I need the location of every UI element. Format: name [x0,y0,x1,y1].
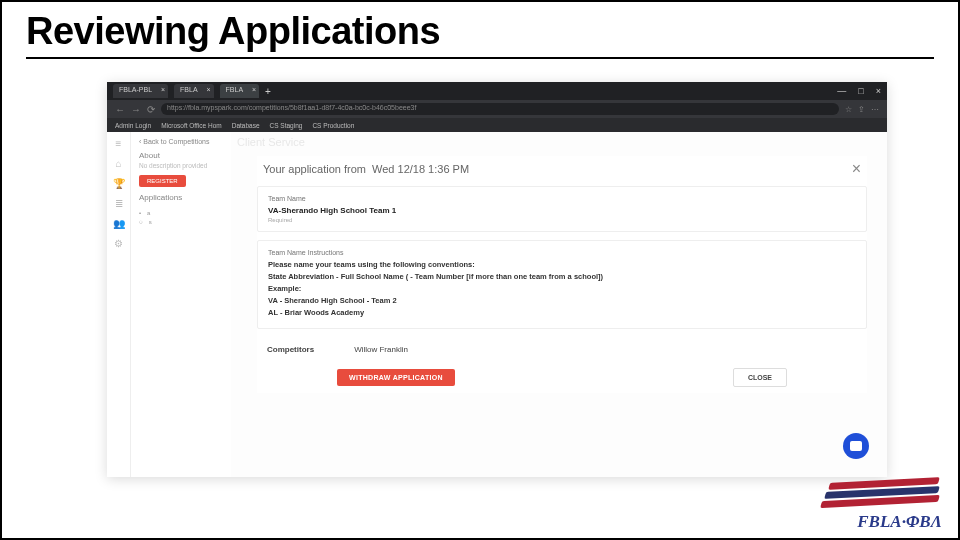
browser-tab[interactable]: FBLA-PBL× [113,84,168,98]
close-icon[interactable]: × [161,86,165,93]
instructions-card: Team Name Instructions Please name your … [257,240,867,329]
browser-urlbar: ← → ⟳ https://fbla.mypspark.com/competit… [107,100,887,118]
title-rule [26,57,934,59]
list-item[interactable]: ○s [139,219,223,225]
field-label: Team Name Instructions [268,249,856,256]
home-icon[interactable]: ⌂ [114,158,124,168]
withdraw-button[interactable]: WITHDRAW APPLICATION [337,369,455,386]
new-tab-button[interactable]: + [265,86,271,97]
browser-tabs: FBLA-PBL× FBLA× FBLA× + — □ × [107,82,887,100]
address-input[interactable]: https://fbla.mypspark.com/competitions/5… [161,103,839,115]
list-icon[interactable]: ≣ [114,198,124,208]
browser-tab[interactable]: FBLA× [220,84,260,98]
chat-fab[interactable] [843,433,869,459]
team-name-card: Team Name VA-Sherando High School Team 1… [257,186,867,232]
bookmark-item[interactable]: CS Production [312,122,354,129]
close-icon[interactable]: × [252,86,256,93]
instructions-text: Please name your teams using the followi… [268,260,856,269]
gear-icon[interactable]: ⚙ [114,238,124,248]
field-label: Team Name [268,195,856,202]
slide-title: Reviewing Applications [2,2,958,57]
trophy-icon[interactable]: 🏆 [114,178,124,188]
bookmark-item[interactable]: CS Staging [270,122,303,129]
required-badge: Required [268,217,856,223]
reload-icon[interactable]: ⟳ [147,104,155,115]
about-body: No description provided [139,162,223,169]
list-item[interactable]: •a [139,210,223,216]
forward-icon[interactable]: → [131,104,141,115]
competitors-row: Competitors Willow Franklin [257,337,867,362]
modal-title: Your application from Wed 12/18 1:36 PM [263,163,469,175]
competitors-value: Willow Franklin [354,345,408,354]
bookmark-item[interactable]: Microsoft Office Hom [161,122,222,129]
menu-icon[interactable]: ≡ [114,138,124,148]
star-icon[interactable]: ☆ [845,105,852,114]
example-text: AL - Briar Woods Academy [268,308,856,317]
browser-tab[interactable]: FBLA× [174,84,214,98]
application-modal: Your application from Wed 12/18 1:36 PM … [257,156,867,393]
team-name-value: VA-Sherando High School Team 1 [268,206,856,215]
close-icon[interactable]: × [207,86,211,93]
chat-icon [850,441,862,451]
back-icon[interactable]: ← [115,104,125,115]
bookmark-item[interactable]: Database [232,122,260,129]
logo-text: FBLA·ΦBΛ [857,512,942,532]
bookmarks-bar: Admin Login Microsoft Office Hom Databas… [107,118,887,132]
embedded-screenshot: FBLA-PBL× FBLA× FBLA× + — □ × ← → ⟳ http… [107,82,887,477]
menu-icon[interactable]: ⋯ [871,105,879,114]
close-button[interactable]: CLOSE [733,368,787,387]
close-window-icon[interactable]: × [876,86,881,96]
about-heading: About [139,151,223,160]
fbla-logo: FBLA·ΦBΛ [822,478,942,532]
bookmark-item[interactable]: Admin Login [115,122,151,129]
share-icon[interactable]: ⇪ [858,105,865,114]
back-link[interactable]: ‹ Back to Competitions [139,138,223,145]
example-text: VA - Sherando High School - Team 2 [268,296,856,305]
minimize-icon[interactable]: — [837,86,846,96]
applications-heading: Applications [139,193,223,202]
register-button[interactable]: REGISTER [139,175,186,187]
example-label: Example: [268,284,856,293]
maximize-icon[interactable]: □ [858,86,863,96]
instructions-text: State Abbreviation - Full School Name ( … [268,272,856,281]
close-icon[interactable]: × [852,160,861,178]
left-rail: ≡ ⌂ 🏆 ≣ 👥 ⚙ [107,132,131,477]
users-icon[interactable]: 👥 [114,218,124,228]
left-column: ‹ Back to Competitions About No descript… [131,132,231,477]
competitors-label: Competitors [267,345,314,354]
